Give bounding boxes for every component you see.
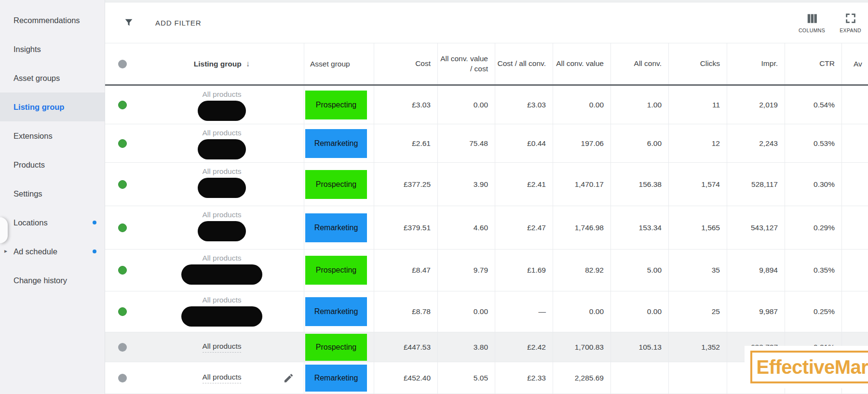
listing-group-cell[interactable]: All products bbox=[140, 291, 304, 332]
asset-group-cell: Prospecting bbox=[304, 332, 374, 362]
clicks-cell: 11 bbox=[668, 86, 727, 124]
avg-truncated-cell bbox=[841, 86, 868, 124]
asset-group-badge: Remarketing bbox=[305, 365, 367, 392]
impr-cell: 543,127 bbox=[727, 206, 785, 249]
sidebar-item-change-history[interactable]: ▸ Change history bbox=[0, 266, 105, 295]
ctr-cell: 0.25% bbox=[785, 291, 841, 332]
status-dot-gray bbox=[118, 60, 127, 68]
watermark-frame: EffectiveMarketing.uk bbox=[750, 351, 868, 383]
header-avg-truncated[interactable]: Av bbox=[841, 43, 868, 84]
status-cell bbox=[105, 86, 140, 124]
expand-button[interactable]: EXPAND bbox=[840, 12, 861, 33]
watermark: EffectiveMarketing.uk bbox=[745, 346, 868, 388]
status-cell bbox=[105, 291, 140, 332]
sidebar-item-ad-schedule[interactable]: ▸ Ad schedule bbox=[0, 237, 105, 266]
asset-group-badge: Prospecting bbox=[305, 91, 367, 119]
columns-label: COLUMNS bbox=[799, 27, 825, 33]
cost-cell: £2.61 bbox=[374, 124, 437, 162]
listing-group-cell[interactable]: All products bbox=[140, 124, 304, 162]
clicks-cell bbox=[668, 362, 727, 394]
table-row[interactable]: All products Remarketing £8.78 0.00 — 0.… bbox=[105, 291, 868, 332]
header-impr[interactable]: Impr. bbox=[727, 43, 785, 84]
listing-group-cell[interactable]: All products bbox=[140, 86, 304, 124]
listing-group-cell[interactable]: All products bbox=[140, 163, 304, 206]
sidebar-item-recommendations[interactable]: ▸ Recommendations bbox=[0, 6, 105, 35]
all-conv-value-cell: 1,700.83 bbox=[553, 332, 610, 362]
table-row[interactable]: All products Prospecting £8.47 9.79 £1.6… bbox=[105, 250, 868, 291]
sidebar-item-label: Extensions bbox=[14, 131, 53, 141]
table-row[interactable]: All products Remarketing £379.51 4.60 £2… bbox=[105, 206, 868, 250]
all-conv-value-per-cost-cell: 9.79 bbox=[437, 250, 495, 291]
listing-group-label: All products bbox=[203, 296, 242, 304]
all-conv-cell: 0.00 bbox=[610, 291, 668, 332]
redaction-bar bbox=[181, 306, 262, 327]
header-clicks[interactable]: Clicks bbox=[668, 43, 727, 84]
header-cost[interactable]: Cost bbox=[374, 43, 437, 84]
listing-group-cell[interactable]: All products bbox=[140, 250, 304, 291]
avg-truncated-cell bbox=[841, 206, 868, 249]
table-header-row: Listing group ↓ Asset group Cost All con… bbox=[105, 43, 868, 86]
table-row[interactable]: All products Prospecting £3.03 0.00 £3.0… bbox=[105, 86, 868, 124]
listing-group-cell[interactable]: All products bbox=[140, 206, 304, 249]
sidebar-item-insights[interactable]: ▸ Insights bbox=[0, 35, 105, 64]
asset-group-badge: Prospecting bbox=[305, 170, 367, 199]
sidebar-item-label: Recommendations bbox=[14, 16, 80, 25]
asset-group-cell: Remarketing bbox=[304, 362, 374, 394]
columns-button[interactable]: COLUMNS bbox=[799, 12, 825, 33]
header-listing-group[interactable]: Listing group ↓ bbox=[140, 43, 304, 84]
status-cell bbox=[105, 250, 140, 291]
sidebar-item-settings[interactable]: ▸ Settings bbox=[0, 179, 105, 208]
cost-cell: £379.51 bbox=[374, 206, 437, 249]
listing-group-label: All products bbox=[203, 129, 242, 137]
header-ctr[interactable]: CTR bbox=[785, 43, 841, 84]
status-cell bbox=[105, 332, 140, 362]
listing-group-cell[interactable]: All products bbox=[140, 332, 304, 362]
header-all-conv-value-per-cost[interactable]: All conv. value / cost bbox=[437, 43, 495, 84]
status-dot bbox=[118, 139, 127, 148]
header-asset-group[interactable]: Asset group bbox=[304, 43, 374, 84]
all-conv-value-cell: 197.06 bbox=[553, 124, 610, 162]
table-row[interactable]: All products Remarketing £2.61 75.48 £0.… bbox=[105, 124, 868, 163]
sidebar-item-label: Asset groups bbox=[14, 74, 60, 83]
status-dot bbox=[118, 374, 127, 382]
drawer-handle[interactable] bbox=[0, 217, 8, 243]
sidebar-item-products[interactable]: ▸ Products bbox=[0, 150, 105, 179]
toolbar-right: COLUMNS EXPAND bbox=[799, 12, 861, 33]
clicks-cell: 12 bbox=[668, 124, 727, 162]
listing-group-cell[interactable]: All products bbox=[140, 362, 304, 394]
filter-funnel-icon bbox=[123, 17, 134, 28]
ctr-cell: 0.35% bbox=[785, 250, 841, 291]
add-filter-button[interactable]: ADD FILTER bbox=[123, 17, 201, 28]
header-all-conv-value[interactable]: All conv. value bbox=[553, 43, 610, 84]
status-cell bbox=[105, 163, 140, 206]
header-cost-per-all-conv[interactable]: Cost / all conv. bbox=[495, 43, 553, 84]
sidebar-item-locations[interactable]: ▸ Locations bbox=[0, 208, 105, 237]
expand-label: EXPAND bbox=[840, 27, 861, 33]
all-conv-value-cell: 2,285.69 bbox=[553, 362, 610, 394]
ctr-cell: 0.29% bbox=[785, 206, 841, 249]
all-conv-value-per-cost-cell: 4.60 bbox=[437, 206, 495, 249]
columns-icon bbox=[806, 12, 818, 25]
asset-group-badge: Prospecting bbox=[305, 334, 367, 361]
ctr-cell: 0.54% bbox=[785, 86, 841, 124]
edit-icon[interactable] bbox=[283, 372, 294, 383]
avg-truncated-cell bbox=[841, 163, 868, 206]
table-row[interactable]: All products Prospecting £377.25 3.90 £2… bbox=[105, 163, 868, 206]
sidebar: ▸ Recommendations ▸ Insights ▸ Asset gro… bbox=[0, 0, 105, 394]
notification-dot-icon bbox=[93, 221, 96, 224]
cost-per-all-conv-cell: £2.41 bbox=[495, 163, 553, 206]
sidebar-item-extensions[interactable]: ▸ Extensions bbox=[0, 121, 105, 150]
status-dot bbox=[118, 266, 127, 275]
watermark-text: EffectiveMarketing.uk bbox=[757, 356, 868, 378]
all-conv-cell: 1.00 bbox=[610, 86, 668, 124]
all-conv-value-cell: 82.92 bbox=[553, 250, 610, 291]
impr-cell: 9,987 bbox=[727, 291, 785, 332]
sidebar-item-listing-group[interactable]: ▸ Listing group bbox=[0, 92, 105, 121]
sidebar-item-asset-groups[interactable]: ▸ Asset groups bbox=[0, 64, 105, 92]
redaction-bar bbox=[198, 178, 246, 198]
header-all-conv[interactable]: All conv. bbox=[610, 43, 668, 84]
cost-cell: £3.03 bbox=[374, 86, 437, 124]
chevron-right-icon[interactable]: ▸ bbox=[4, 248, 7, 254]
notification-dot-icon bbox=[93, 250, 96, 253]
listing-group-label: All products bbox=[203, 254, 242, 263]
